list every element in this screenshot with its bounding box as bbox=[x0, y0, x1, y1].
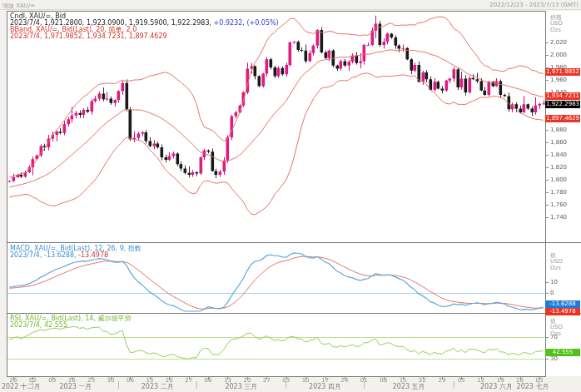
last-price-badge: 1,922.2983 bbox=[545, 101, 580, 108]
date-range-label: 2022/12/23 - 2023/7/13 (GMT) bbox=[489, 2, 579, 8]
bband-upper-badge: 1,971.9852 bbox=[545, 68, 580, 76]
bband-mid-badge: 1,934.7231 bbox=[545, 92, 580, 100]
macd-signal-value: -13.4978 bbox=[78, 251, 108, 259]
price-chart-canvas[interactable] bbox=[0, 0, 581, 392]
rsi-legend: RSI, XAU/=, Bid(Last), 14, 威尔德平滑 2023/7/… bbox=[10, 315, 131, 329]
rsi-axis-unit-measure: Ozs bbox=[550, 330, 561, 337]
macd-values-line: 2023/7/4, -13.6288, -13.4978 bbox=[10, 252, 142, 259]
macd-signal-badge: -13.4978 bbox=[545, 308, 580, 315]
bband-lower-badge: 1,897.4629 bbox=[545, 115, 580, 122]
window-context-label: 缩放 XAU/= bbox=[2, 2, 35, 10]
rsi-values-line: 2023/7/4, 42.555 bbox=[10, 322, 131, 329]
macd-axis-unit-currency: USD bbox=[550, 258, 563, 265]
rsi-axis-unit-currency: USD bbox=[550, 324, 563, 330]
macd-value: -13.6288, bbox=[44, 251, 77, 259]
change-values: +0.9232, (+0.05%) bbox=[214, 19, 279, 27]
bband-values: 2023/7/4, 1,971.9852, 1,934.7231, 1,897.… bbox=[10, 33, 279, 40]
main-axis-unit-currency: USD bbox=[550, 20, 563, 27]
macd-axis-unit-measure: Ozs bbox=[550, 265, 561, 271]
rsi-value-badge: 42.555 bbox=[545, 349, 580, 356]
main-legend: Cndl, XAU/=, Bid 2023/7/4, 1,921.2800, 1… bbox=[10, 13, 279, 40]
main-axis-unit-measure: Ozs bbox=[550, 27, 561, 33]
macd-date: 2023/7/4, bbox=[10, 251, 42, 259]
macd-legend: MACD, XAU/=, Bid(Last), 12, 26, 9, 指数 20… bbox=[10, 246, 142, 259]
macd-value-badge: -13.6288 bbox=[545, 300, 580, 308]
chart-window: 缩放 XAU/= 2022/12/23 - 2023/7/13 (GMT) 2,… bbox=[0, 0, 581, 392]
